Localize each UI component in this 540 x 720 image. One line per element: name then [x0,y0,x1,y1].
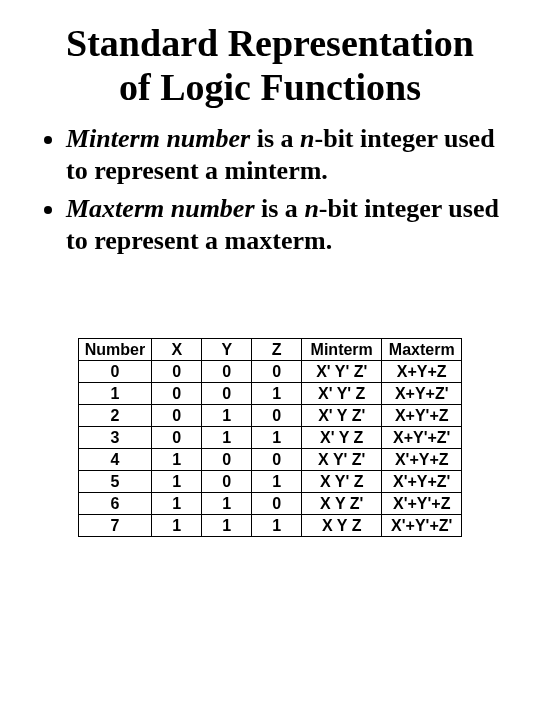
cell-number: 4 [78,449,151,471]
n-italic-2: n [304,194,318,223]
th-minterm: Minterm [302,339,382,361]
cell-z: 0 [252,405,302,427]
cell-x: 0 [152,405,202,427]
truth-table-wrap: Number X Y Z Minterm Maxterm 0000X' Y' Z… [28,338,512,537]
table-row: 6110X Y Z'X'+Y'+Z [78,493,461,515]
cell-minterm: X' Y' Z' [302,361,382,383]
cell-z: 1 [252,383,302,405]
cell-z: 0 [252,361,302,383]
cell-y: 1 [202,427,252,449]
th-y: Y [202,339,252,361]
n-italic-1: n [300,124,314,153]
cell-number: 1 [78,383,151,405]
cell-z: 1 [252,515,302,537]
cell-z: 1 [252,427,302,449]
table-row: 7111X Y ZX'+Y'+Z' [78,515,461,537]
cell-maxterm: X+Y+Z' [382,383,462,405]
cell-x: 1 [152,471,202,493]
table-header-row: Number X Y Z Minterm Maxterm [78,339,461,361]
table-row: 3011X' Y ZX+Y'+Z' [78,427,461,449]
cell-minterm: X' Y' Z [302,383,382,405]
cell-maxterm: X+Y'+Z [382,405,462,427]
bullet-maxterm-term: Maxterm number [66,194,255,223]
cell-y: 1 [202,405,252,427]
cell-y: 1 [202,515,252,537]
cell-y: 0 [202,361,252,383]
cell-x: 0 [152,383,202,405]
bullet-minterm-mid: is a [250,124,300,153]
title-line-2: of Logic Functions [119,66,421,108]
cell-maxterm: X'+Y'+Z [382,493,462,515]
bullet-maxterm: Maxterm number is a n-bit integer used t… [66,193,512,256]
table-body: 0000X' Y' Z'X+Y+Z1001X' Y' ZX+Y+Z'2010X'… [78,361,461,537]
cell-maxterm: X'+Y+Z [382,449,462,471]
cell-y: 0 [202,471,252,493]
table-row: 2010X' Y Z'X+Y'+Z [78,405,461,427]
th-number: Number [78,339,151,361]
bullet-minterm: Minterm number is a n-bit integer used t… [66,123,512,186]
bullet-maxterm-mid: is a [255,194,305,223]
cell-number: 5 [78,471,151,493]
cell-number: 3 [78,427,151,449]
cell-z: 0 [252,449,302,471]
cell-z: 1 [252,471,302,493]
table-row: 4100X Y' Z'X'+Y+Z [78,449,461,471]
cell-number: 0 [78,361,151,383]
cell-maxterm: X'+Y'+Z' [382,515,462,537]
cell-x: 1 [152,449,202,471]
th-x: X [152,339,202,361]
cell-minterm: X Y' Z' [302,449,382,471]
cell-maxterm: X+Y'+Z' [382,427,462,449]
cell-y: 1 [202,493,252,515]
title-line-1: Standard Representation [66,22,474,64]
truth-table: Number X Y Z Minterm Maxterm 0000X' Y' Z… [78,338,462,537]
cell-number: 7 [78,515,151,537]
cell-number: 6 [78,493,151,515]
table-row: 1001X' Y' ZX+Y+Z' [78,383,461,405]
cell-y: 0 [202,383,252,405]
page-title: Standard Representation of Logic Functio… [28,22,512,109]
cell-maxterm: X'+Y+Z' [382,471,462,493]
cell-minterm: X' Y Z [302,427,382,449]
th-maxterm: Maxterm [382,339,462,361]
cell-number: 2 [78,405,151,427]
cell-maxterm: X+Y+Z [382,361,462,383]
cell-x: 0 [152,427,202,449]
cell-minterm: X Y' Z [302,471,382,493]
cell-minterm: X Y Z [302,515,382,537]
cell-minterm: X' Y Z' [302,405,382,427]
cell-x: 1 [152,515,202,537]
cell-y: 0 [202,449,252,471]
bullet-minterm-term: Minterm number [66,124,250,153]
bullet-list: Minterm number is a n-bit integer used t… [34,123,512,256]
cell-z: 0 [252,493,302,515]
th-z: Z [252,339,302,361]
table-row: 0000X' Y' Z'X+Y+Z [78,361,461,383]
table-row: 5101X Y' ZX'+Y+Z' [78,471,461,493]
cell-x: 1 [152,493,202,515]
cell-minterm: X Y Z' [302,493,382,515]
cell-x: 0 [152,361,202,383]
